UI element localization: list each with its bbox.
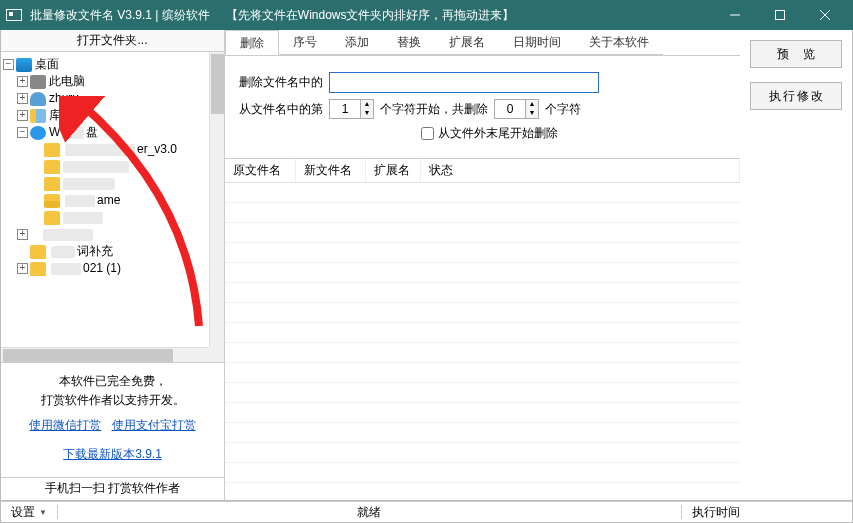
table-row	[225, 403, 740, 423]
table-row	[225, 283, 740, 303]
delete-count-spinner[interactable]: ▲▼	[494, 99, 539, 119]
library-icon	[30, 109, 46, 123]
chars-suffix-label: 个字符	[545, 101, 581, 118]
delete-in-name-label: 删除文件名中的	[239, 74, 323, 91]
table-row	[225, 183, 740, 203]
table-row	[225, 383, 740, 403]
table-row	[225, 323, 740, 343]
status-ready: 就绪	[58, 504, 681, 521]
tree-item-blurred[interactable]	[63, 178, 115, 190]
promo-text: 打赏软件作者以支持开发。	[5, 392, 220, 409]
open-folder-header[interactable]: 打开文件夹...	[1, 30, 224, 52]
start-position-spinner[interactable]: ▲▼	[329, 99, 374, 119]
promo-text: 本软件已完全免费，	[5, 373, 220, 390]
table-row	[225, 223, 740, 243]
spin-down-icon[interactable]: ▼	[360, 109, 373, 118]
donate-wechat-link[interactable]: 使用微信打赏	[29, 418, 101, 432]
tab-about[interactable]: 关于本软件	[575, 30, 663, 55]
table-row	[225, 343, 740, 363]
tree-scrollbar-vertical[interactable]	[209, 52, 224, 362]
action-buttons: 预览 执行修改	[740, 30, 852, 500]
tree-item[interactable]: 此电脑	[49, 73, 85, 90]
expand-toggle[interactable]: −	[17, 127, 28, 138]
titlebar-hint: 【先将文件在Windows文件夹内排好序，再拖动进来】	[226, 7, 712, 24]
title-bar: 批量修改文件名 V3.9.1 | 缤纷软件 【先将文件在Windows文件夹内排…	[0, 0, 853, 30]
folder-tree-container: −桌面 +此电脑 +zhuru +库 −W盘 er_v3.0 ame + 词补充…	[1, 52, 224, 363]
tab-extension[interactable]: 扩展名	[435, 30, 499, 55]
folder-icon	[44, 194, 60, 208]
spin-up-icon[interactable]: ▲	[525, 100, 538, 109]
computer-icon	[30, 75, 46, 89]
spin-up-icon[interactable]: ▲	[360, 100, 373, 109]
tab-delete[interactable]: 删除	[225, 30, 279, 55]
left-footer: 手机扫一扫 打赏软件作者	[1, 478, 224, 500]
from-char-label: 从文件名中的第	[239, 101, 323, 118]
from-end-label: 从文件外末尾开始删除	[438, 125, 558, 142]
tab-datetime[interactable]: 日期时间	[499, 30, 575, 55]
col-status[interactable]: 状态	[420, 159, 740, 183]
folder-icon	[44, 143, 60, 157]
tab-number[interactable]: 序号	[279, 30, 331, 55]
close-button[interactable]	[802, 0, 847, 30]
folder-icon	[44, 211, 60, 225]
tree-item[interactable]: er_v3.0	[63, 141, 177, 158]
tree-item[interactable]: W盘	[49, 124, 98, 141]
folder-icon	[30, 262, 46, 276]
tab-bar: 删除 序号 添加 替换 扩展名 日期时间 关于本软件	[225, 30, 740, 56]
expand-toggle[interactable]: −	[3, 59, 14, 70]
tree-item-blurred[interactable]	[63, 212, 103, 224]
table-row	[225, 443, 740, 463]
maximize-button[interactable]	[757, 0, 802, 30]
tree-item[interactable]: ame	[63, 192, 120, 209]
download-latest-link[interactable]: 下载最新版本3.9.1	[63, 447, 162, 461]
expand-toggle[interactable]: +	[17, 93, 28, 104]
spin-down-icon[interactable]: ▼	[525, 109, 538, 118]
tree-item[interactable]: 021 (1)	[49, 260, 121, 277]
settings-menu[interactable]: 设置▼	[1, 504, 57, 521]
chars-delete-label: 个字符开始，共删除	[380, 101, 488, 118]
tree-item-blurred[interactable]	[63, 161, 129, 173]
cloud-icon	[30, 126, 46, 140]
tree-item[interactable]: zhuru	[49, 90, 79, 107]
tree-root[interactable]: 桌面	[35, 56, 59, 73]
tab-replace[interactable]: 替换	[383, 30, 435, 55]
donate-alipay-link[interactable]: 使用支付宝打赏	[112, 418, 196, 432]
table-row	[225, 303, 740, 323]
left-panel: 打开文件夹... −桌面 +此电脑 +zhuru +库 −W盘 er_v3.0 …	[1, 30, 225, 500]
app-icon	[6, 9, 22, 21]
tree-scrollbar-horizontal[interactable]	[1, 347, 209, 362]
app-title: 批量修改文件名 V3.9.1 | 缤纷软件	[30, 7, 210, 24]
table-row	[225, 363, 740, 383]
user-icon	[30, 92, 46, 106]
col-new[interactable]: 新文件名	[295, 159, 365, 183]
expand-toggle[interactable]: +	[17, 263, 28, 274]
status-bar: 设置▼ 就绪 执行时间	[0, 501, 853, 523]
chevron-down-icon: ▼	[39, 508, 47, 517]
svg-rect-1	[775, 11, 784, 20]
tree-item-blurred[interactable]	[43, 229, 93, 241]
tab-add[interactable]: 添加	[331, 30, 383, 55]
table-row	[225, 243, 740, 263]
desktop-icon	[16, 58, 32, 72]
from-end-checkbox[interactable]	[421, 127, 434, 140]
apply-button[interactable]: 执行修改	[750, 82, 842, 110]
folder-tree[interactable]: −桌面 +此电脑 +zhuru +库 −W盘 er_v3.0 ame + 词补充…	[1, 52, 224, 281]
col-ext[interactable]: 扩展名	[365, 159, 420, 183]
table-row	[225, 463, 740, 483]
table-row	[225, 423, 740, 443]
tree-item[interactable]: 词补充	[49, 243, 113, 260]
delete-panel: 删除文件名中的 从文件名中的第 ▲▼ 个字符开始，共删除 ▲▼ 个字符 从文件外…	[225, 56, 740, 159]
col-original[interactable]: 原文件名	[225, 159, 295, 183]
minimize-button[interactable]	[712, 0, 757, 30]
folder-icon	[44, 160, 60, 174]
file-list-grid[interactable]: 原文件名 新文件名 扩展名 状态	[225, 159, 740, 500]
tree-item[interactable]: 库	[49, 107, 61, 124]
folder-icon	[44, 177, 60, 191]
expand-toggle[interactable]: +	[17, 110, 28, 121]
promo-panel: 本软件已完全免费， 打赏软件作者以支持开发。 使用微信打赏 使用支付宝打赏 下载…	[1, 363, 224, 478]
delete-text-input[interactable]	[329, 72, 599, 93]
preview-button[interactable]: 预览	[750, 40, 842, 68]
table-row	[225, 203, 740, 223]
expand-toggle[interactable]: +	[17, 76, 28, 87]
expand-toggle[interactable]: +	[17, 229, 28, 240]
